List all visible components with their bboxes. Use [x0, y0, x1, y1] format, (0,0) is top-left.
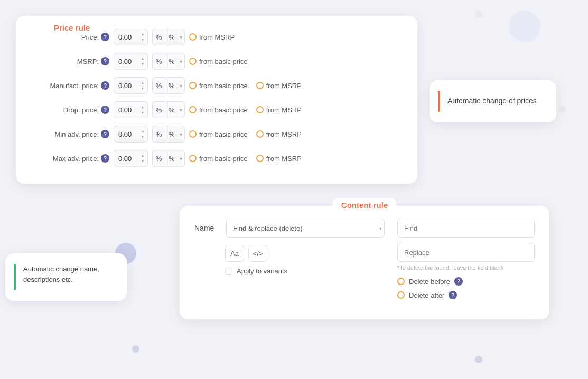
min-adv-unit-select[interactable]: % $: [166, 126, 185, 143]
manufact-radio-msrp-circle: [256, 82, 264, 89]
content-left: Name Find & replace (delete) Find & repl…: [194, 219, 385, 305]
drop-unit-wrapper: % % $ ▾: [152, 101, 185, 118]
msrp-radio-basic[interactable]: from basic price: [189, 58, 248, 65]
drop-radio-basic-circle: [189, 106, 197, 113]
min-adv-unit-wrapper: % % $ ▾: [152, 126, 185, 143]
min-adv-radio-msrp[interactable]: from MSRP: [256, 130, 302, 138]
price-spinner-up[interactable]: ▴: [139, 32, 146, 37]
price-spinner: ▴ ▾: [139, 32, 146, 43]
decorative-dot-top: [475, 11, 482, 18]
price-rule-card: Price rule Price: ? ▴ ▾ % % $ ▾: [16, 16, 417, 184]
name-label: Name: [194, 224, 221, 232]
manufact-radio-basic[interactable]: from basic price: [189, 82, 248, 90]
delete-after-radio[interactable]: [397, 291, 405, 299]
min-adv-help-icon[interactable]: ?: [101, 130, 109, 138]
max-adv-radio-msrp[interactable]: from MSRP: [256, 155, 302, 163]
price-unit-select[interactable]: % $: [166, 29, 185, 45]
msrp-unit-wrapper: % % $ ▾: [152, 53, 185, 70]
find-input[interactable]: [397, 219, 535, 238]
manufact-unit-select[interactable]: % $: [166, 77, 185, 94]
price-spinner-down[interactable]: ▾: [139, 37, 146, 43]
delete-after-row: Delete after ?: [397, 291, 535, 299]
price-radio-circle: [189, 33, 197, 41]
drop-spinner-down[interactable]: ▾: [139, 110, 146, 116]
max-adv-input-wrapper: ▴ ▾: [114, 150, 148, 167]
msrp-spinner-up[interactable]: ▴: [139, 56, 146, 61]
delete-after-help[interactable]: ?: [449, 291, 457, 299]
min-adv-unit-label: %: [152, 126, 165, 143]
delete-before-help[interactable]: ?: [454, 277, 463, 286]
auto-prices-text: Automatic change of prices: [447, 96, 537, 107]
max-adv-unit-wrapper: % % $ ▾: [152, 150, 185, 167]
msrp-unit-select[interactable]: % $: [166, 53, 185, 70]
delete-before-row: Delete before ?: [397, 277, 535, 286]
drop-radio-basic[interactable]: from basic price: [189, 106, 248, 114]
max-adv-spinner-down[interactable]: ▾: [139, 159, 146, 164]
dropdown-wrapper: Find & replace (delete) Find & replace D…: [226, 219, 385, 238]
orange-bar: [438, 91, 440, 112]
decorative-dot-right: [558, 106, 566, 113]
drop-radio-msrp-circle: [256, 106, 264, 113]
auto-prices-card: Automatic change of prices: [430, 80, 556, 122]
decorative-dot-bottom-left: [132, 345, 139, 353]
msrp-help-icon[interactable]: ?: [101, 57, 109, 65]
price-row-min-adv: Min adv. price: ? ▴ ▾ % % $ ▾ fr: [33, 126, 400, 143]
msrp-unit-label: %: [152, 53, 165, 70]
price-help-icon[interactable]: ?: [101, 33, 109, 41]
min-adv-spinner-down[interactable]: ▾: [139, 135, 146, 140]
min-adv-spinner: ▴ ▾: [139, 129, 146, 140]
delete-before-label: Delete before: [409, 278, 450, 286]
auto-name-text: Automatic change name, descriptions etc.: [23, 264, 116, 285]
drop-help-icon[interactable]: ?: [101, 106, 109, 114]
drop-radio-msrp[interactable]: from MSRP: [256, 106, 302, 114]
format-code-btn[interactable]: </>: [248, 245, 267, 262]
price-input-wrapper: ▴ ▾: [114, 29, 148, 45]
price-rule-title: Price rule: [48, 21, 96, 34]
drop-input-wrapper: ▴ ▾: [114, 101, 148, 118]
msrp-radio-circle: [189, 58, 197, 65]
price-rule-inner: Price rule Price: ? ▴ ▾ % % $ ▾: [33, 29, 400, 167]
manufact-radio-msrp[interactable]: from MSRP: [256, 82, 302, 90]
auto-name-card: Automatic change name, descriptions etc.: [5, 253, 127, 301]
manufact-help-icon[interactable]: ?: [101, 81, 109, 90]
replace-note: *To delete the found, leave the field bl…: [397, 264, 535, 272]
content-right: *To delete the found, leave the field bl…: [397, 219, 535, 305]
drop-spinner-up[interactable]: ▴: [139, 105, 146, 110]
price-row-max-adv: Max adv. price: ? ▴ ▾ % % $ ▾ fr: [33, 150, 400, 167]
find-row: [397, 219, 535, 238]
msrp-spinner-down[interactable]: ▾: [139, 62, 146, 67]
content-name-row: Name Find & replace (delete) Find & repl…: [194, 219, 385, 238]
decorative-dot-bottom-right: [475, 356, 482, 363]
drop-label: Drop. price: ?: [33, 106, 109, 114]
max-adv-unit-select[interactable]: % $: [166, 150, 185, 167]
format-text-btn[interactable]: Aa: [225, 245, 244, 262]
max-adv-spinner-up[interactable]: ▴: [139, 153, 146, 158]
max-adv-help-icon[interactable]: ?: [101, 154, 109, 163]
price-radio-msrp[interactable]: from MSRP: [189, 33, 235, 41]
format-buttons: Aa </>: [194, 245, 385, 262]
drop-unit-label: %: [152, 101, 165, 118]
manufact-unit-label: %: [152, 77, 165, 94]
apply-variants-checkbox[interactable]: [225, 268, 232, 275]
manufact-spinner-up[interactable]: ▴: [139, 80, 146, 86]
delete-before-radio[interactable]: [397, 278, 405, 285]
replace-input[interactable]: [397, 243, 535, 262]
max-adv-radio-basic[interactable]: from basic price: [189, 155, 248, 163]
min-adv-label: Min adv. price: ?: [33, 130, 109, 138]
apply-variants-row: Apply to variants: [194, 267, 385, 275]
manufact-spinner-down[interactable]: ▾: [139, 86, 146, 91]
max-adv-radio-msrp-circle: [256, 155, 264, 162]
content-rule-title: Content rule: [333, 198, 396, 212]
content-rule-dropdown[interactable]: Find & replace (delete) Find & replace D…: [226, 219, 385, 238]
min-adv-input-wrapper: ▴ ▾: [114, 126, 148, 143]
manufact-spinner: ▴ ▾: [139, 80, 146, 91]
drop-unit-select[interactable]: % $: [166, 101, 185, 118]
max-adv-unit-label: %: [152, 150, 165, 167]
max-adv-label: Max adv. price: ?: [33, 154, 109, 163]
max-adv-radio-basic-circle: [189, 155, 197, 162]
price-unit-wrapper: % % $ ▾: [152, 29, 185, 45]
min-adv-spinner-up[interactable]: ▴: [139, 129, 146, 134]
content-rule-card: Content rule Name Find & replace (delete…: [180, 206, 549, 319]
delete-after-label: Delete after: [409, 291, 444, 299]
min-adv-radio-basic[interactable]: from basic price: [189, 130, 248, 138]
